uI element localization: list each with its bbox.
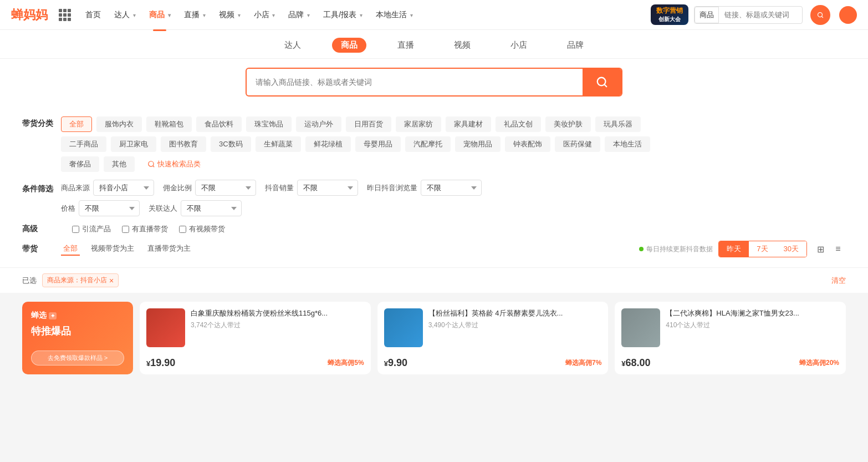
cat-tag-shoes[interactable]: 鞋靴箱包	[146, 116, 192, 132]
featured-logo: 蝉选 ✦	[31, 311, 124, 321]
main-nav: 首页 达人 ▾ 商品 ▾ 直播 ▾ 视频 ▾ 小店 ▾ 品牌 ▾ 工具/报表 ▾…	[80, 7, 645, 23]
list-view-icon[interactable]: ≡	[830, 241, 846, 257]
condition-source-select[interactable]: 抖音小店	[93, 180, 154, 196]
condition-talent-label: 关联达人	[149, 204, 177, 214]
product-title-0: 白象重庆酸辣粉桶装方便粉丝米线115g*6...	[191, 308, 364, 318]
checkbox-video[interactable]: 有视频带货	[179, 224, 225, 234]
sub-tab-products[interactable]: 商品	[332, 38, 366, 53]
cat-tag-other[interactable]: 其他	[104, 156, 135, 172]
product-card-1: 【粉丝福利】英格龄 4斤装酵素婴儿洗衣... 3,490个达人带过 ¥9.90 …	[377, 302, 609, 374]
condition-sales-select[interactable]: 不限	[297, 180, 358, 196]
cat-tag-appliance[interactable]: 厨卫家电	[111, 136, 156, 152]
product-info-1: 【粉丝福利】英格龄 4斤装酵素婴儿洗衣... 3,490个达人带过	[428, 308, 602, 333]
nav-search-select[interactable]: 商品	[695, 7, 719, 23]
featured-card: 蝉选 ✦ 特推爆品 去免费领取爆款样品 >	[22, 302, 133, 374]
time-tabs: 昨天 7天 30天	[718, 241, 807, 257]
grid-menu-icon[interactable]	[59, 9, 71, 21]
cat-tag-furniture[interactable]: 家具建材	[446, 116, 491, 132]
cat-tag-daily[interactable]: 日用百货	[346, 116, 391, 132]
condition-talent-select[interactable]: 不限	[181, 200, 242, 216]
product-commission-0: 蝉选高佣5%	[328, 358, 364, 368]
selected-tag-close-icon[interactable]: ×	[109, 276, 114, 285]
sub-tab-video[interactable]: 视频	[445, 38, 479, 53]
cat-tag-home[interactable]: 家居家纺	[396, 116, 441, 132]
daihuo-tabs: 全部 视频带货为主 直播带货为主	[61, 242, 193, 256]
cat-tag-watches[interactable]: 钟表配饰	[505, 136, 550, 152]
product-title-2: 【二代冰爽棉】HLA海澜之家T恤男女23...	[666, 308, 839, 318]
checkbox-video-input[interactable]	[179, 226, 186, 233]
time-tab-yesterday[interactable]: 昨天	[719, 241, 749, 257]
nav-tools[interactable]: 工具/报表 ▾	[318, 7, 368, 23]
nav-shop[interactable]: 小店 ▾	[248, 7, 281, 23]
category-filter-row: 带货分类 全部 服饰内衣 鞋靴箱包 食品饮料 珠宝饰品 运动户外 日用百货 家居…	[22, 116, 846, 172]
selected-tag-source[interactable]: 商品来源：抖音小店 ×	[42, 273, 119, 287]
cat-tag-local[interactable]: 本地生活	[605, 136, 650, 152]
product-sub-0: 3,742个达人带过	[191, 321, 364, 330]
product-price-1: ¥9.90	[384, 357, 407, 369]
view-icons: ⊞ ≡	[813, 241, 846, 257]
sub-tab-talent[interactable]: 达人	[275, 38, 310, 53]
cat-tag-tech[interactable]: 3C数码	[211, 136, 251, 152]
cat-tag-beauty[interactable]: 美妆护肤	[545, 116, 591, 132]
nav-brand[interactable]: 品牌 ▾	[283, 7, 315, 23]
sub-tab-shop[interactable]: 小店	[502, 38, 536, 53]
time-tab-30days[interactable]: 30天	[776, 241, 806, 257]
condition-commission-select[interactable]: 不限	[195, 180, 256, 196]
cat-tag-medicine[interactable]: 医药保健	[555, 136, 600, 152]
nav-live[interactable]: 直播 ▾	[178, 7, 211, 23]
nav-local[interactable]: 本地生活 ▾	[370, 7, 418, 23]
cat-tag-books[interactable]: 图书教育	[161, 136, 206, 152]
category-tags-row3: 奢侈品 其他 快速检索品类	[61, 156, 846, 172]
nav-home[interactable]: 首页	[80, 7, 106, 23]
cat-tag-sports[interactable]: 运动户外	[296, 116, 341, 132]
daihuo-tab-all[interactable]: 全部	[61, 242, 80, 256]
product-img-clothes	[621, 308, 660, 347]
user-avatar[interactable]	[839, 6, 857, 24]
nav-talent[interactable]: 达人 ▾	[109, 7, 141, 23]
sub-tab-live[interactable]: 直播	[389, 38, 423, 53]
condition-views-select[interactable]: 不限	[421, 180, 482, 196]
main-search-button[interactable]	[583, 69, 621, 95]
cat-tag-baby[interactable]: 母婴用品	[355, 136, 401, 152]
cat-quick-search[interactable]: 快速检索品类	[139, 156, 209, 172]
cat-tag-fresh[interactable]: 生鲜蔬菜	[256, 136, 301, 152]
checkbox-liuliu[interactable]: 引流产品	[72, 224, 111, 234]
daihuo-tab-video[interactable]: 视频带货为主	[89, 242, 136, 256]
advanced-filter-row: 高级 引流产品 有直播带货 有视频带货	[22, 224, 846, 234]
checkbox-live-label: 有直播带货	[132, 224, 168, 234]
conditions-items2: 价格 不限 关联达人 不限	[61, 200, 242, 216]
condition-price-select[interactable]: 不限	[79, 200, 140, 216]
sub-tab-brand[interactable]: 品牌	[558, 38, 593, 53]
cat-tag-flowers[interactable]: 鲜花绿植	[305, 136, 351, 152]
nav-search-input[interactable]	[719, 8, 802, 22]
featured-cta-button[interactable]: 去免费领取爆款样品 >	[31, 351, 124, 365]
nav-video[interactable]: 视频 ▾	[213, 7, 246, 23]
main-search-input[interactable]	[247, 71, 583, 93]
cat-tag-jewelry[interactable]: 珠宝饰品	[246, 116, 292, 132]
cat-tag-all[interactable]: 全部	[61, 116, 92, 132]
cat-tag-luxury[interactable]: 奢侈品	[61, 156, 99, 172]
condition-price-label: 价格	[61, 204, 75, 214]
clear-all-button[interactable]: 清空	[831, 276, 846, 286]
time-tab-7days[interactable]: 7天	[749, 241, 775, 257]
search-section	[0, 59, 868, 108]
cat-tag-gifts[interactable]: 礼品文创	[496, 116, 541, 132]
cat-tag-auto[interactable]: 汽配摩托	[405, 136, 451, 152]
product-info-0: 白象重庆酸辣粉桶装方便粉丝米线115g*6... 3,742个达人带过	[191, 308, 364, 333]
cat-tag-food[interactable]: 食品饮料	[196, 116, 242, 132]
checkbox-liuliu-input[interactable]	[72, 226, 79, 233]
grid-view-icon[interactable]: ⊞	[813, 241, 828, 257]
checkbox-live[interactable]: 有直播带货	[122, 224, 168, 234]
cat-tag-secondhand[interactable]: 二手商品	[61, 136, 106, 152]
nav-products[interactable]: 商品 ▾	[144, 7, 176, 23]
cat-tag-clothing[interactable]: 服饰内衣	[96, 116, 142, 132]
search-bar	[246, 68, 622, 97]
nav-search-button[interactable]	[810, 5, 830, 25]
cat-tag-pets[interactable]: 宠物用品	[455, 136, 501, 152]
daihuo-tab-live[interactable]: 直播带货为主	[145, 242, 193, 256]
checkbox-live-input[interactable]	[122, 226, 129, 233]
camc-banner[interactable]: 数字营销 创新大会	[651, 4, 688, 25]
product-price-0: ¥19.90	[146, 357, 175, 369]
cat-tag-toys[interactable]: 玩具乐器	[595, 116, 641, 132]
product-img-1	[384, 308, 423, 347]
